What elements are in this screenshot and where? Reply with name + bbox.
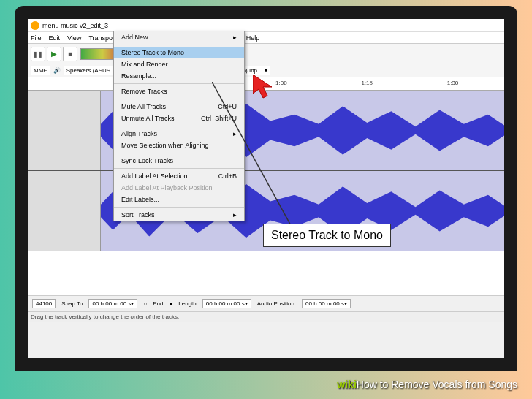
callout-text: Stereo Track to Mono bbox=[271, 229, 383, 241]
transport-buttons bbox=[31, 47, 77, 61]
svg-marker-1 bbox=[253, 75, 272, 98]
menu-item-add-label-at-playback-position: Add Label At Playback Position bbox=[114, 182, 244, 194]
caption-wiki: wiki bbox=[337, 379, 356, 390]
statusbar: Drag the track vertically to change the … bbox=[28, 311, 504, 322]
menu-separator bbox=[114, 99, 244, 99]
wikihow-caption: wikiHow to Remove Vocals from Songs bbox=[337, 379, 517, 390]
menu-item-remove-tracks[interactable]: Remove Tracks bbox=[114, 86, 244, 97]
toolbar: -24 0 bbox=[28, 44, 504, 64]
track-header[interactable] bbox=[28, 171, 101, 251]
menu-item-resample-[interactable]: Resample... bbox=[114, 70, 244, 82]
pause-button[interactable] bbox=[31, 47, 45, 61]
menu-item-mix-and-render[interactable]: Mix and Render bbox=[114, 58, 244, 70]
screen: menu music v2_edit_3 FileEditViewTranspo… bbox=[28, 19, 504, 358]
menu-item-add-new[interactable]: Add New▸ bbox=[114, 31, 244, 43]
menu-separator bbox=[114, 83, 244, 84]
menu-item-move-selection-when-aligning[interactable]: Move Selection when Aligning bbox=[114, 140, 244, 151]
menu-item-add-label-at-selection[interactable]: Add Label At SelectionCtrl+B bbox=[114, 170, 244, 182]
track-row bbox=[28, 91, 504, 171]
track-header[interactable] bbox=[28, 91, 101, 170]
play-button[interactable] bbox=[47, 47, 61, 61]
ruler-mark: 1:30 bbox=[447, 80, 459, 86]
menu-item-sort-tracks[interactable]: Sort Tracks▸ bbox=[114, 209, 244, 221]
menu-separator bbox=[114, 45, 244, 45]
menu-item-edit-labels-[interactable]: Edit Labels... bbox=[114, 194, 244, 205]
audio-position-label: Audio Position: bbox=[257, 300, 296, 307]
window-title: menu music v2_edit_3 bbox=[42, 22, 108, 29]
selection-end-field[interactable]: 00 h 00 m 00 s▾ bbox=[202, 299, 251, 308]
menu-separator bbox=[114, 153, 244, 153]
menu-transport[interactable]: Transport bbox=[88, 34, 116, 42]
menu-item-align-tracks[interactable]: Align Tracks▸ bbox=[114, 128, 244, 140]
menu-file[interactable]: File bbox=[31, 34, 42, 42]
menu-separator bbox=[114, 126, 244, 126]
menu-item-stereo-track-to-mono[interactable]: Stereo Track to Mono bbox=[114, 47, 244, 58]
host-select[interactable]: MME bbox=[31, 66, 50, 75]
caption-rest: to Remove Vocals from Songs bbox=[377, 379, 517, 390]
empty-area bbox=[28, 251, 504, 295]
menubar[interactable]: FileEditViewTransportTracksGenerateEffec… bbox=[28, 32, 504, 44]
project-rate-select[interactable]: 44100 bbox=[32, 299, 56, 308]
menu-view[interactable]: View bbox=[67, 34, 81, 42]
length-radio[interactable]: Length bbox=[178, 300, 196, 307]
stop-icon bbox=[68, 50, 72, 58]
callout-box: Stereo Track to Mono bbox=[263, 224, 391, 247]
menu-item-mute-all-tracks[interactable]: Mute All TracksCtrl+U bbox=[114, 101, 244, 113]
ruler-mark: 1:15 bbox=[361, 80, 373, 86]
monitor-frame: menu music v2_edit_3 FileEditViewTranspo… bbox=[15, 6, 517, 371]
speaker-icon: 🔊 bbox=[53, 67, 61, 74]
titlebar: menu music v2_edit_3 bbox=[28, 19, 504, 32]
stop-button[interactable] bbox=[63, 47, 77, 61]
menu-help[interactable]: Help bbox=[246, 34, 260, 42]
menu-item-sync-lock-tracks[interactable]: Sync-Lock Tracks bbox=[114, 155, 244, 167]
cursor-arrow-icon bbox=[253, 75, 279, 101]
play-icon bbox=[51, 50, 57, 58]
caption-how: How bbox=[357, 379, 377, 390]
selection-start-field[interactable]: 00 h 00 m 00 s▾ bbox=[88, 299, 137, 308]
menu-item-unmute-all-tracks[interactable]: Unmute All TracksCtrl+Shift+U bbox=[114, 113, 244, 124]
menu-separator bbox=[114, 168, 244, 169]
menu-edit[interactable]: Edit bbox=[49, 34, 61, 42]
snap-to-label: Snap To bbox=[61, 300, 83, 307]
menu-separator bbox=[114, 207, 244, 208]
end-radio[interactable]: End bbox=[153, 300, 163, 307]
tracks-menu-dropdown: Add New▸Stereo Track to MonoMix and Rend… bbox=[113, 31, 245, 221]
app-icon bbox=[31, 21, 39, 30]
status-text: Drag the track vertically to change the … bbox=[31, 314, 179, 320]
audio-position-field[interactable]: 00 h 00 m 00 s▾ bbox=[302, 299, 351, 308]
selection-toolbar: 44100 Snap To 00 h 00 m 00 s▾ ○End ●Leng… bbox=[28, 295, 504, 311]
pause-icon bbox=[33, 50, 43, 58]
